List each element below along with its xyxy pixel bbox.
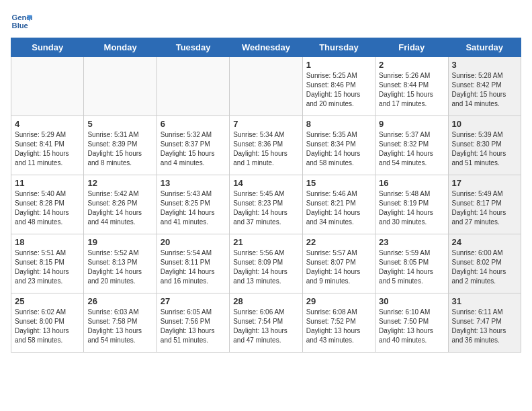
calendar-cell-24: 24Sunrise: 6:00 AM Sunset: 8:02 PM Dayli… (448, 234, 521, 293)
calendar-cell-15: 15Sunrise: 5:46 AM Sunset: 8:21 PM Dayli… (302, 175, 375, 234)
logo-icon: General Blue (11, 11, 32, 32)
calendar-week-2: 4Sunrise: 5:29 AM Sunset: 8:41 PM Daylig… (11, 116, 521, 175)
cell-info: Sunrise: 5:39 AM Sunset: 8:30 PM Dayligh… (452, 130, 517, 168)
day-number: 15 (306, 178, 371, 188)
calendar-cell-11: 11Sunrise: 5:40 AM Sunset: 8:28 PM Dayli… (11, 175, 84, 234)
day-number: 24 (452, 237, 517, 247)
calendar-cell-6: 6Sunrise: 5:32 AM Sunset: 8:37 PM Daylig… (157, 116, 229, 175)
calendar-cell-2: 2Sunrise: 5:26 AM Sunset: 8:44 PM Daylig… (375, 57, 448, 116)
day-number: 25 (15, 296, 80, 306)
svg-text:Blue: Blue (12, 21, 28, 30)
calendar-cell-23: 23Sunrise: 5:59 AM Sunset: 8:05 PM Dayli… (375, 234, 448, 293)
day-number: 31 (452, 296, 517, 306)
cell-info: Sunrise: 6:06 AM Sunset: 7:54 PM Dayligh… (233, 308, 298, 345)
day-number: 9 (379, 119, 444, 129)
cell-info: Sunrise: 5:43 AM Sunset: 8:25 PM Dayligh… (161, 189, 226, 227)
cell-info: Sunrise: 5:49 AM Sunset: 8:17 PM Dayligh… (452, 189, 517, 227)
calendar-cell-16: 16Sunrise: 5:48 AM Sunset: 8:19 PM Dayli… (375, 175, 448, 234)
calendar-cell-7: 7Sunrise: 5:34 AM Sunset: 8:36 PM Daylig… (230, 116, 302, 175)
day-number: 10 (452, 119, 517, 129)
calendar-cell-18: 18Sunrise: 5:51 AM Sunset: 8:15 PM Dayli… (11, 234, 84, 293)
cell-info: Sunrise: 5:32 AM Sunset: 8:37 PM Dayligh… (161, 130, 226, 168)
day-number: 27 (161, 296, 226, 306)
day-number: 2 (379, 60, 444, 70)
day-header-sunday: Sunday (11, 38, 84, 57)
calendar-cell-8: 8Sunrise: 5:35 AM Sunset: 8:34 PM Daylig… (302, 116, 375, 175)
day-header-saturday: Saturday (448, 38, 521, 57)
calendar-cell-3: 3Sunrise: 5:28 AM Sunset: 8:42 PM Daylig… (448, 57, 521, 116)
calendar-cell-empty-1 (84, 57, 157, 116)
cell-info: Sunrise: 5:45 AM Sunset: 8:23 PM Dayligh… (233, 189, 298, 227)
day-number: 28 (233, 296, 298, 306)
calendar-cell-5: 5Sunrise: 5:31 AM Sunset: 8:39 PM Daylig… (84, 116, 157, 175)
cell-info: Sunrise: 6:10 AM Sunset: 7:50 PM Dayligh… (379, 308, 444, 345)
day-number: 11 (15, 178, 80, 188)
calendar-cell-28: 28Sunrise: 6:06 AM Sunset: 7:54 PM Dayli… (230, 293, 302, 353)
calendar-cell-27: 27Sunrise: 6:05 AM Sunset: 7:56 PM Dayli… (157, 293, 229, 353)
calendar-cell-29: 29Sunrise: 6:08 AM Sunset: 7:52 PM Dayli… (302, 293, 375, 353)
day-number: 12 (87, 178, 152, 188)
calendar-week-3: 11Sunrise: 5:40 AM Sunset: 8:28 PM Dayli… (11, 175, 521, 234)
calendar-cell-19: 19Sunrise: 5:52 AM Sunset: 8:13 PM Dayli… (84, 234, 157, 293)
calendar-cell-31: 31Sunrise: 6:11 AM Sunset: 7:47 PM Dayli… (448, 293, 521, 353)
calendar-cell-12: 12Sunrise: 5:42 AM Sunset: 8:26 PM Dayli… (84, 175, 157, 234)
day-number: 5 (87, 119, 152, 129)
cell-info: Sunrise: 5:51 AM Sunset: 8:15 PM Dayligh… (15, 248, 80, 286)
cell-info: Sunrise: 5:31 AM Sunset: 8:39 PM Dayligh… (87, 130, 152, 168)
calendar-cell-26: 26Sunrise: 6:03 AM Sunset: 7:58 PM Dayli… (84, 293, 157, 353)
day-header-friday: Friday (375, 38, 448, 57)
day-number: 30 (379, 296, 444, 306)
day-number: 7 (233, 119, 298, 129)
day-header-thursday: Thursday (302, 38, 375, 57)
day-number: 13 (161, 178, 226, 188)
cell-info: Sunrise: 5:42 AM Sunset: 8:26 PM Dayligh… (87, 189, 152, 227)
cell-info: Sunrise: 5:48 AM Sunset: 8:19 PM Dayligh… (379, 189, 444, 227)
calendar-cell-empty-2 (157, 57, 229, 116)
day-number: 18 (15, 237, 80, 247)
cell-info: Sunrise: 6:05 AM Sunset: 7:56 PM Dayligh… (161, 308, 226, 345)
day-header-monday: Monday (84, 38, 157, 57)
cell-info: Sunrise: 5:56 AM Sunset: 8:09 PM Dayligh… (233, 248, 298, 286)
calendar-cell-13: 13Sunrise: 5:43 AM Sunset: 8:25 PM Dayli… (157, 175, 229, 234)
cell-info: Sunrise: 5:25 AM Sunset: 8:46 PM Dayligh… (306, 71, 371, 109)
calendar-cell-17: 17Sunrise: 5:49 AM Sunset: 8:17 PM Dayli… (448, 175, 521, 234)
cell-info: Sunrise: 5:54 AM Sunset: 8:11 PM Dayligh… (161, 248, 226, 286)
calendar-cell-30: 30Sunrise: 6:10 AM Sunset: 7:50 PM Dayli… (375, 293, 448, 353)
cell-info: Sunrise: 5:28 AM Sunset: 8:42 PM Dayligh… (452, 71, 517, 109)
day-number: 26 (87, 296, 152, 306)
cell-info: Sunrise: 5:26 AM Sunset: 8:44 PM Dayligh… (379, 71, 444, 109)
day-number: 21 (233, 237, 298, 247)
calendar-cell-25: 25Sunrise: 6:02 AM Sunset: 8:00 PM Dayli… (11, 293, 84, 353)
calendar-cell-9: 9Sunrise: 5:37 AM Sunset: 8:32 PM Daylig… (375, 116, 448, 175)
calendar-week-4: 18Sunrise: 5:51 AM Sunset: 8:15 PM Dayli… (11, 234, 521, 293)
cell-info: Sunrise: 6:00 AM Sunset: 8:02 PM Dayligh… (452, 248, 517, 286)
calendar-header-row: SundayMondayTuesdayWednesdayThursdayFrid… (11, 38, 521, 57)
day-number: 14 (233, 178, 298, 188)
day-number: 22 (306, 237, 371, 247)
day-number: 8 (306, 119, 371, 129)
cell-info: Sunrise: 5:29 AM Sunset: 8:41 PM Dayligh… (15, 130, 80, 168)
day-number: 1 (306, 60, 371, 70)
calendar-cell-empty-0 (11, 57, 84, 116)
day-number: 17 (452, 178, 517, 188)
day-number: 3 (452, 60, 517, 70)
calendar-cell-4: 4Sunrise: 5:29 AM Sunset: 8:41 PM Daylig… (11, 116, 84, 175)
cell-info: Sunrise: 6:08 AM Sunset: 7:52 PM Dayligh… (306, 308, 371, 345)
cell-info: Sunrise: 5:37 AM Sunset: 8:32 PM Dayligh… (379, 130, 444, 168)
day-number: 23 (379, 237, 444, 247)
day-header-wednesday: Wednesday (230, 38, 302, 57)
calendar-cell-20: 20Sunrise: 5:54 AM Sunset: 8:11 PM Dayli… (157, 234, 229, 293)
cell-info: Sunrise: 6:02 AM Sunset: 8:00 PM Dayligh… (15, 308, 80, 345)
page-header: General Blue (11, 11, 521, 32)
day-number: 6 (161, 119, 226, 129)
cell-info: Sunrise: 5:46 AM Sunset: 8:21 PM Dayligh… (306, 189, 371, 227)
cell-info: Sunrise: 5:40 AM Sunset: 8:28 PM Dayligh… (15, 189, 80, 227)
cell-info: Sunrise: 5:57 AM Sunset: 8:07 PM Dayligh… (306, 248, 371, 286)
day-header-tuesday: Tuesday (157, 38, 229, 57)
logo: General Blue (11, 11, 32, 32)
calendar-table: SundayMondayTuesdayWednesdayThursdayFrid… (11, 38, 521, 353)
calendar-body: 1Sunrise: 5:25 AM Sunset: 8:46 PM Daylig… (11, 57, 521, 353)
calendar-cell-14: 14Sunrise: 5:45 AM Sunset: 8:23 PM Dayli… (230, 175, 302, 234)
day-number: 20 (161, 237, 226, 247)
day-number: 19 (87, 237, 152, 247)
